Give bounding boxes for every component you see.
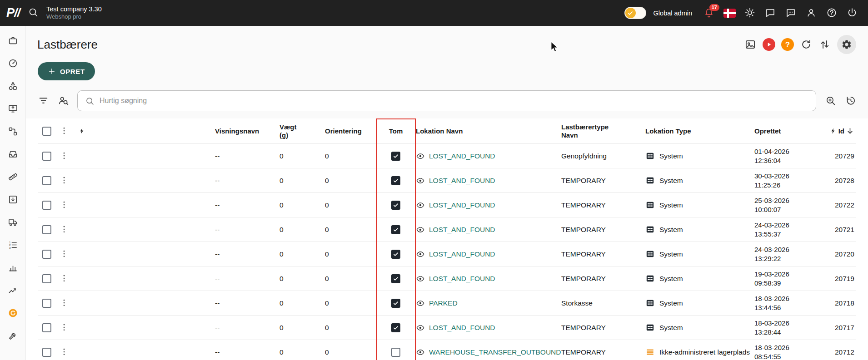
help-tutorial-button[interactable] xyxy=(781,38,794,51)
history-icon xyxy=(845,95,856,106)
empty-checkbox[interactable] xyxy=(391,152,400,161)
location-name-link[interactable]: LOST_AND_FOUND xyxy=(429,275,495,283)
row-menu-button[interactable] xyxy=(59,322,70,333)
column-header-display_name[interactable]: Visningsnavn xyxy=(215,127,279,135)
location-name-link[interactable]: LOST_AND_FOUND xyxy=(429,177,495,185)
sidebar-item-monitor-upload[interactable] xyxy=(4,99,22,118)
row-menu-button[interactable] xyxy=(59,151,70,162)
feedback-button[interactable] xyxy=(785,7,797,19)
filter-button[interactable] xyxy=(37,95,49,107)
location-name-link[interactable]: LOST_AND_FOUND xyxy=(429,226,495,234)
carrier-type: TEMPORARY xyxy=(561,226,606,234)
row-menu-button[interactable] xyxy=(59,224,70,235)
toggle-knob xyxy=(625,8,636,18)
screenshot-button[interactable] xyxy=(744,38,757,51)
sidebar-item-inbox[interactable] xyxy=(4,145,22,163)
column-header-orientation[interactable]: Orientering xyxy=(325,127,376,135)
select-all-checkbox[interactable] xyxy=(42,127,51,136)
location-name-link[interactable]: LOST_AND_FOUND xyxy=(429,152,495,160)
header-menu-button[interactable] xyxy=(59,126,70,137)
chat-button[interactable] xyxy=(764,7,776,19)
created-time: 10:00:07 xyxy=(754,205,789,214)
row-menu-button[interactable] xyxy=(59,175,70,186)
weight-value: 0 xyxy=(279,201,284,209)
sidebar-item-trend-line[interactable] xyxy=(4,281,22,299)
empty-checkbox[interactable] xyxy=(391,348,400,357)
sidebar-item-dashboard[interactable] xyxy=(4,54,22,72)
sidebar-item-briefcase[interactable] xyxy=(4,31,22,49)
location-name-link[interactable]: LOST_AND_FOUND xyxy=(429,250,495,258)
empty-checkbox[interactable] xyxy=(391,299,400,308)
row-select-checkbox[interactable] xyxy=(42,323,51,332)
sidebar-item-ruler[interactable] xyxy=(4,168,22,186)
row-id: 20718 xyxy=(835,299,854,307)
row-select-checkbox[interactable] xyxy=(42,152,51,161)
empty-checkbox[interactable] xyxy=(391,225,400,234)
sidebar-item-sync-alert[interactable] xyxy=(4,304,22,322)
row-menu-button[interactable] xyxy=(59,200,70,211)
location-name-link[interactable]: LOST_AND_FOUND xyxy=(429,324,495,332)
carrier-type: TEMPORARY xyxy=(561,348,606,356)
empty-checkbox[interactable] xyxy=(391,323,400,332)
empty-checkbox[interactable] xyxy=(391,250,400,259)
column-header-empty[interactable]: Tom xyxy=(376,127,416,135)
column-header-location_name[interactable]: Lokation Navn xyxy=(416,127,561,135)
global-search-button[interactable] xyxy=(27,7,39,19)
search-plus-button[interactable] xyxy=(824,95,836,107)
row-menu-button[interactable] xyxy=(59,249,70,260)
column-header-carrier_type[interactable]: Lastbærertype Navn xyxy=(561,123,645,139)
location-name-link[interactable]: LOST_AND_FOUND xyxy=(429,201,495,209)
carrier-name: PARK_9090_5844_03/18/2026 xyxy=(79,299,170,307)
help-button[interactable] xyxy=(826,7,838,19)
location-name-link[interactable]: WAREHOUSE_TRANSFER_OUTBOUND xyxy=(429,348,561,356)
column-header-created[interactable]: Oprettet xyxy=(754,127,827,135)
carrier-name: 185b7802-e904-4616-8806-8a23fa56afc6 xyxy=(79,250,200,258)
column-header-location_type[interactable]: Lokation Type xyxy=(645,127,754,135)
column-header-id[interactable]: Id xyxy=(827,127,856,135)
row-select-checkbox[interactable] xyxy=(42,299,51,308)
history-button[interactable] xyxy=(844,95,856,107)
sidebar-item-ordered-list[interactable]: 123 xyxy=(4,236,22,254)
sidebar-item-wrench[interactable] xyxy=(4,326,22,345)
column-header-name[interactable]: Navn xyxy=(79,127,215,135)
row-menu-button[interactable] xyxy=(59,298,70,309)
svg-text:3: 3 xyxy=(9,246,10,249)
language-flag-button[interactable] xyxy=(723,7,735,19)
row-menu-button[interactable] xyxy=(59,347,70,358)
quick-search-input[interactable] xyxy=(100,97,808,105)
system-loc-icon xyxy=(645,151,655,161)
row-select-checkbox[interactable] xyxy=(42,274,51,283)
row-select-checkbox[interactable] xyxy=(42,250,51,259)
sort-arrows-button[interactable] xyxy=(818,38,831,51)
location-name-link[interactable]: PARKED xyxy=(429,299,458,307)
refresh-button[interactable] xyxy=(800,38,813,51)
sidebar-item-truck[interactable] xyxy=(4,213,22,231)
sidebar-item-package-receive[interactable] xyxy=(4,190,22,208)
row-select-checkbox[interactable] xyxy=(42,201,51,210)
row-select-checkbox[interactable] xyxy=(42,348,51,357)
row-id: 20728 xyxy=(835,177,854,185)
empty-checkbox[interactable] xyxy=(391,176,400,185)
column-header-weight[interactable]: Vægt (g) xyxy=(279,123,325,139)
video-tutorial-button[interactable] xyxy=(763,38,775,51)
empty-checkbox[interactable] xyxy=(391,201,400,210)
global-admin-toggle[interactable] xyxy=(624,7,646,19)
power-button[interactable] xyxy=(846,7,858,19)
row-select-checkbox[interactable] xyxy=(42,176,51,185)
notification-bell-button[interactable]: 17 xyxy=(703,7,715,19)
company-selector[interactable]: Test company 3.30 Webshop pro xyxy=(46,5,102,21)
brightness-button[interactable] xyxy=(744,7,756,19)
support-agent-button[interactable] xyxy=(805,7,817,19)
sidebar-item-categories[interactable] xyxy=(4,77,22,95)
location-type-label: System xyxy=(659,152,683,160)
sidebar-item-workflow[interactable] xyxy=(4,122,22,140)
kebab-icon xyxy=(59,273,69,283)
sidebar-item-bar-chart[interactable] xyxy=(4,258,22,276)
empty-checkbox[interactable] xyxy=(391,274,400,283)
app-logo[interactable]: P// xyxy=(6,6,20,20)
settings-button[interactable] xyxy=(837,35,856,54)
create-button[interactable]: OPRET xyxy=(38,62,95,80)
person-search-button[interactable] xyxy=(57,95,69,107)
row-menu-button[interactable] xyxy=(59,273,70,284)
row-select-checkbox[interactable] xyxy=(42,225,51,234)
